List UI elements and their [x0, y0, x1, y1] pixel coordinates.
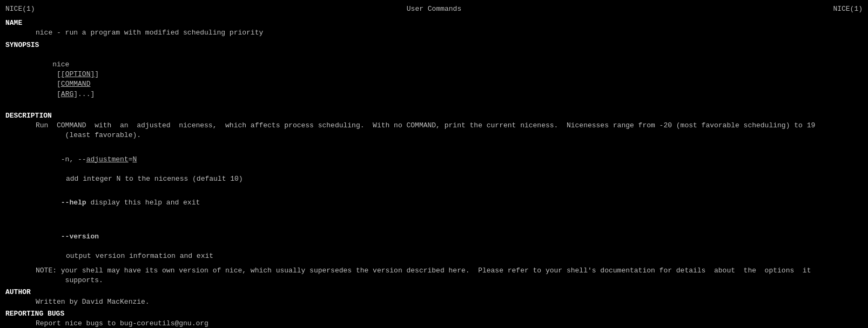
- section-synopsis-label: SYNOPSIS: [5, 40, 863, 50]
- section-reporting-bugs: REPORTING BUGS Report nice bugs to bug-c…: [5, 309, 863, 328]
- synopsis-command: [COMMAND: [52, 80, 90, 88]
- synopsis-arg: [ARG]...]: [52, 90, 95, 98]
- synopsis-cmd: nice: [52, 60, 69, 69]
- option-n-desc: add integer N to the niceness (default 1…: [5, 174, 863, 184]
- section-author-content: Written by David MacKenzie.: [5, 297, 863, 307]
- section-name-label: NAME: [5, 18, 863, 28]
- section-description: DESCRIPTION Run COMMAND with an adjusted…: [5, 111, 863, 285]
- option-version-label: --version: [61, 233, 99, 241]
- option-n-label: -n, --adjustment=N: [61, 155, 137, 163]
- synopsis-option: [[OPTION]]: [52, 70, 99, 78]
- option-version-line: --version: [5, 222, 863, 252]
- section-reporting-bugs-label: REPORTING BUGS: [5, 309, 863, 319]
- header-center: User Commands: [407, 4, 461, 14]
- section-author: AUTHOR Written by David MacKenzie.: [5, 288, 863, 307]
- option-help-label: --help: [61, 199, 86, 207]
- section-synopsis-content: nice [[OPTION]] [COMMAND [ARG]...]: [5, 50, 863, 109]
- section-name: NAME nice - run a program with modified …: [5, 18, 863, 38]
- section-name-content: nice - run a program with modified sched…: [5, 28, 863, 38]
- description-note: NOTE: your shell may have its own versio…: [5, 266, 863, 285]
- option-n-line: -n, --adjustment=N: [5, 145, 863, 174]
- section-author-label: AUTHOR: [5, 288, 863, 297]
- description-para1: Run COMMAND with an adjusted niceness, w…: [5, 121, 863, 140]
- section-synopsis: SYNOPSIS nice [[OPTION]] [COMMAND [ARG].…: [5, 40, 863, 109]
- section-description-label: DESCRIPTION: [5, 111, 863, 121]
- option-version-desc: output version information and exit: [5, 251, 863, 261]
- option-help-desc: display this help and exit: [86, 199, 200, 207]
- option-help-line: --help display this help and exit: [5, 188, 863, 218]
- man-page-header: NICE(1) User Commands NICE(1): [5, 4, 863, 14]
- header-right: NICE(1): [833, 4, 863, 14]
- reporting-bugs-line1: Report nice bugs to bug-coreutils@gnu.or…: [5, 319, 863, 328]
- header-left: NICE(1): [5, 4, 35, 14]
